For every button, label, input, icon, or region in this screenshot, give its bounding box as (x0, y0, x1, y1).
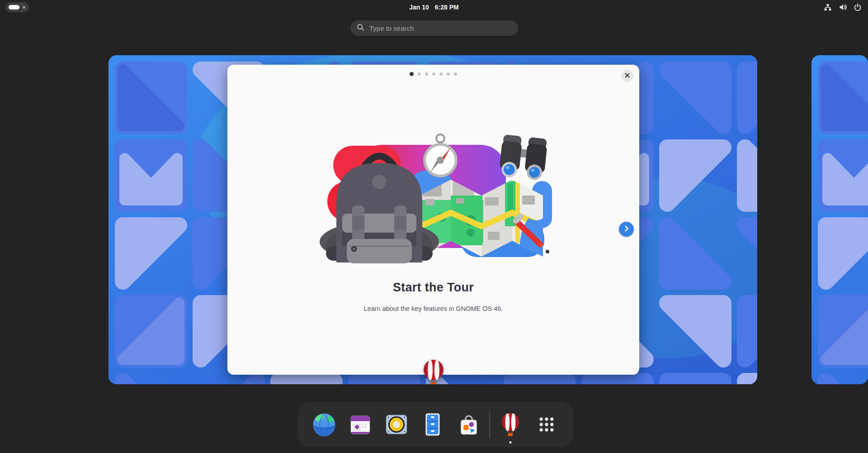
workspace-thumbnail-1[interactable]: Start the Tour Learn about the key featu… (108, 55, 757, 384)
carousel-dot-4[interactable] (432, 72, 435, 76)
dock-app-tour[interactable] (492, 404, 528, 445)
clock-time: 6:28 PM (435, 4, 459, 11)
clock[interactable]: Jan 10 6:28 PM (409, 0, 459, 14)
dock (297, 402, 573, 447)
tour-window[interactable]: Start the Tour Learn about the key featu… (227, 65, 639, 375)
workspace-pill-active[interactable] (9, 5, 19, 10)
dock-app-software[interactable] (451, 404, 487, 445)
top-bar: Jan 10 6:28 PM (0, 0, 868, 14)
tour-balloon-icon (498, 412, 523, 437)
carousel-dot-5[interactable] (439, 72, 443, 76)
tour-illustration (307, 128, 560, 263)
carousel-dot-3[interactable] (425, 72, 428, 76)
close-icon (625, 72, 630, 79)
search-input[interactable] (369, 24, 512, 32)
dock-app-grid[interactable] (528, 404, 565, 445)
carousel-dot-6[interactable] (447, 72, 450, 76)
wallpaper (811, 55, 868, 384)
power-icon[interactable] (854, 3, 862, 11)
next-button[interactable] (619, 222, 634, 237)
binoculars (498, 134, 547, 181)
workspace-dot-inactive[interactable] (23, 6, 25, 9)
web-browser-globe-icon (311, 411, 337, 438)
app-grid-icon (534, 412, 559, 437)
dock-app-calendar[interactable] (342, 404, 378, 445)
workspace-indicator[interactable] (5, 2, 29, 12)
dock-app-files[interactable] (415, 404, 451, 445)
network-wired-icon[interactable] (824, 3, 832, 11)
clock-date: Jan 10 (409, 4, 429, 11)
compass (423, 134, 458, 177)
search-icon (357, 24, 364, 33)
calendar-icon (347, 411, 373, 438)
close-button[interactable] (621, 70, 633, 82)
dock-app-music[interactable] (378, 404, 415, 445)
dock-separator (489, 411, 490, 438)
tour-balloon-icon[interactable] (419, 358, 448, 384)
music-speaker-icon (383, 411, 410, 438)
carousel-dot-2[interactable] (418, 72, 421, 76)
chevron-right-icon (623, 225, 630, 233)
files-cabinet-icon (420, 411, 446, 438)
carousel-dot-1[interactable] (410, 72, 414, 76)
workspace-thumbnail-2[interactable] (811, 55, 868, 384)
quick-settings[interactable] (824, 0, 862, 14)
page-title: Start the Tour (393, 281, 474, 295)
search-bar[interactable] (350, 20, 518, 36)
carousel-dots (410, 72, 457, 76)
running-indicator-dot (509, 441, 512, 443)
gnome-shell-overview: { "topbar": { "date": "Jan 10", "time": … (0, 0, 868, 453)
software-bag-icon (456, 411, 482, 438)
volume-icon[interactable] (839, 3, 847, 11)
page-subtitle: Learn about the key features in GNOME OS… (364, 305, 503, 312)
dock-app-web[interactable] (306, 404, 342, 445)
carousel-dot-7[interactable] (454, 72, 457, 76)
